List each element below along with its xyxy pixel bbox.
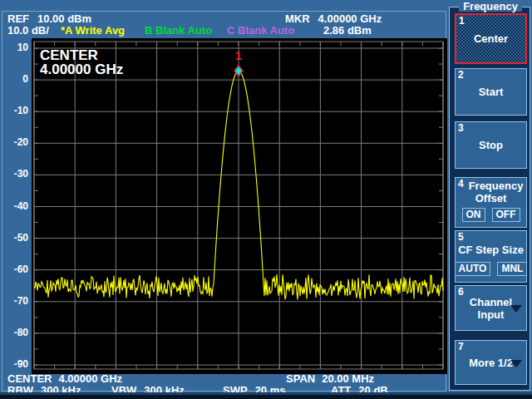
y-axis-label: -20 [2,137,28,147]
trace-b-status: B Blank Auto [145,25,212,36]
marker-freq-readout: MKR4.00000 GHz [285,13,382,24]
center-freq-readout: CENTER4.00000 GHz [7,373,122,384]
y-axis-label: 10 [2,42,28,52]
y-axis-label: 0 [2,74,28,84]
softkey-label: CF Step Size [458,244,524,256]
y-axis-label: -10 [2,106,28,116]
y-axis-label: -60 [2,264,28,274]
softkey-menu-title: Frequency [459,1,522,12]
toggle-off[interactable]: OFF [492,208,520,222]
softkey-channel-input[interactable]: 6 Channel Input [455,285,527,331]
scale-readout: 10.0 dB/ [7,25,49,36]
toggle-row: AUTO MNL [455,262,528,276]
y-axis-label: -80 [2,328,28,337]
softkey-number: 7 [458,342,464,352]
softkey-menu: 1 Center 2 Start 3 Stop 4 Frequency Offs… [449,7,530,391]
y-axis-label: -50 [2,233,28,243]
softkey-number: 1 [459,16,465,27]
toggle-on[interactable]: ON [462,208,485,222]
toggle-mnl[interactable]: MNL [497,262,527,276]
y-axis-label: -90 [2,359,28,369]
softkey-more[interactable]: 7 More 1/2 [455,340,527,385]
center-label: CENTER [7,372,52,385]
mkr-label: MKR [285,12,310,25]
softkey-label-line2: Input [478,308,505,321]
y-axis-label: -40 [2,201,28,211]
span-label: SPAN [286,372,315,385]
overlay-line2: 4.00000 GHz [40,62,123,76]
softkey-label: More 1/2 [469,357,513,369]
screen-bottom-bezel [0,392,532,399]
softkey-label-line2: Offset [475,192,507,204]
softkey-frequency-offset[interactable]: 4 Frequency Offset ON OFF [455,177,527,228]
dropdown-arrow-icon [510,305,522,313]
softkey-number: 2 [458,70,464,81]
trace-a-status: *A Write Avg [61,25,125,36]
dropdown-arrow-icon [510,360,522,367]
softkey-number: 4 [458,179,464,190]
overlay-line1: CENTER [40,48,123,62]
ref-label: REF [7,12,29,25]
display-panel: REF10.00 dBm MKR4.00000 GHz 10.0 dB/ *A … [2,11,446,392]
softkey-label-line1: Channel [470,296,512,308]
trace-c-status: C Blank Auto [227,25,294,36]
marker-number-label: 1 [231,49,246,62]
softkey-number: 5 [458,232,464,243]
span-readout: SPAN20.00 MHz [286,373,374,384]
toggle-auto[interactable]: AUTO [455,262,491,276]
mkr-freq-value: 4.00000 GHz [318,12,382,25]
spectrum-chart [32,38,447,374]
center-value: 4.00000 GHz [58,372,122,385]
ref-level-readout: REF10.00 dBm [7,13,91,24]
softkey-cf-step-size[interactable]: 5 CF Step Size AUTO MNL [455,230,527,283]
softkey-center[interactable]: 1 Center [455,13,527,64]
y-axis-label: -30 [2,169,28,179]
ref-value: 10.00 dBm [37,12,91,25]
toggle-row: ON OFF [462,208,520,222]
softkey-label: Stop [479,139,503,151]
center-frequency-overlay: CENTER 4.00000 GHz [40,48,123,76]
spectrum-plot: CENTER 4.00000 GHz 1 [32,38,447,374]
marker-amplitude-readout: 2.86 dBm [323,25,372,36]
softkey-number: 3 [458,123,464,134]
softkey-number: 6 [458,287,464,298]
span-value: 20.00 MHz [322,372,374,385]
softkey-label: Start [479,86,504,98]
y-axis-label: -70 [2,296,28,306]
softkey-label-line1: Frequency [459,180,524,192]
softkey-stop[interactable]: 3 Stop [455,121,527,169]
softkey-label: Center [474,32,508,45]
softkey-start[interactable]: 2 Start [455,68,527,116]
